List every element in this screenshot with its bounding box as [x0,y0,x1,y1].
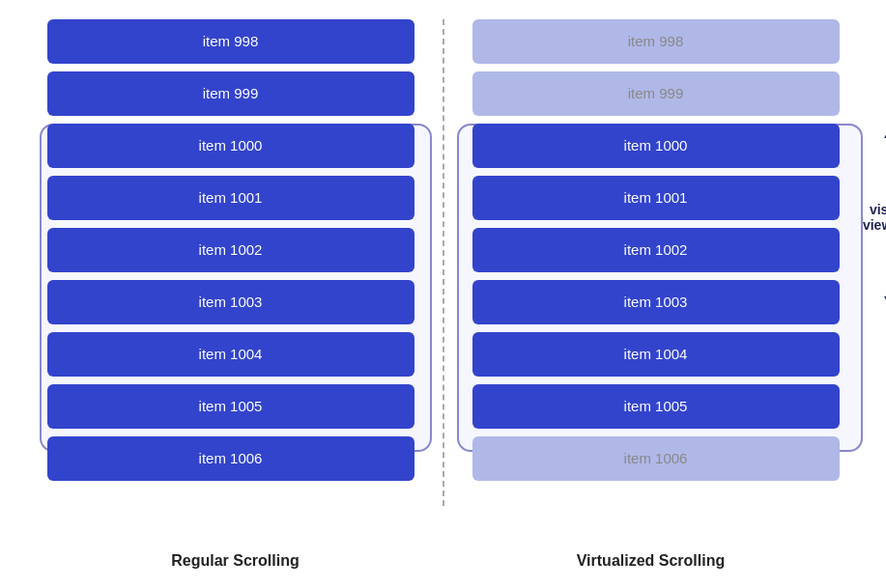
right-item-1005: item 1005 [472,384,840,429]
viewport-label: visible viewport [863,202,886,233]
left-item-1003: item 1003 [47,280,414,324]
right-item-1003: item 1003 [472,280,840,324]
left-item-1000: item 1000 [47,124,414,168]
right-label: Virtualized Scrolling [443,552,859,570]
right-item-999: item 999 [472,71,840,116]
right-item-1000: item 1000 [472,124,840,168]
right-item-998: item 998 [472,19,840,64]
viewport-arrow: visible viewport [863,126,886,450]
left-label: Regular Scrolling [28,552,443,570]
left-item-999: item 999 [47,71,414,116]
column-divider [443,19,444,506]
left-item-1004: item 1004 [47,332,414,377]
columns-wrapper: item 998 item 999 item 1000 item 1001 it… [28,19,859,545]
left-column: item 998 item 999 item 1000 item 1001 it… [28,19,443,545]
diagram: item 998 item 999 item 1000 item 1001 it… [28,19,859,570]
right-column: visible viewport item 998 item 999 item … [443,19,859,545]
left-item-998: item 998 [47,19,414,64]
right-item-1002: item 1002 [472,228,840,272]
right-item-1004: item 1004 [472,332,840,377]
right-item-1001: item 1001 [472,176,840,220]
left-item-1001: item 1001 [47,176,414,220]
labels-row: Regular Scrolling Virtualized Scrolling [28,552,859,570]
left-item-1002: item 1002 [47,228,414,272]
right-item-1006: item 1006 [472,436,840,481]
left-item-1005: item 1005 [47,384,414,429]
left-item-1006: item 1006 [47,436,414,481]
